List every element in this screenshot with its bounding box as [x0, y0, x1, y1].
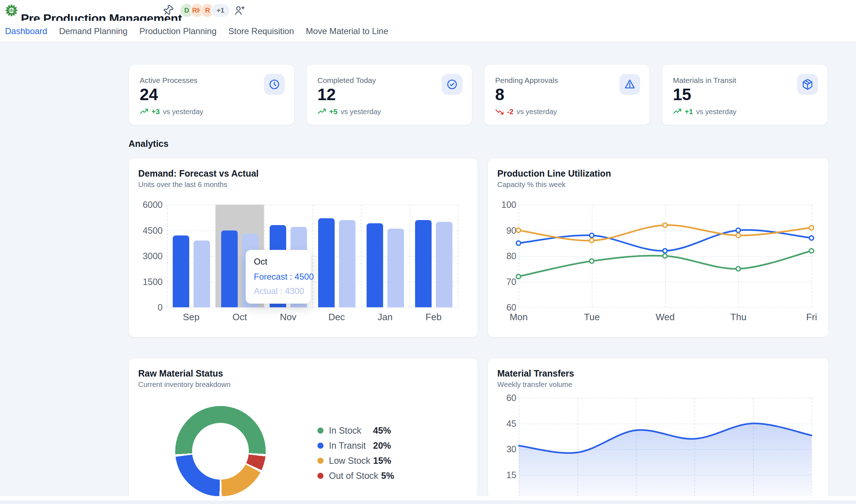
tooltip-forecast-line: Forecast : 4500 [254, 272, 303, 282]
legend-value: 20% [373, 440, 391, 451]
stat-label: Active Processes [140, 76, 197, 85]
trending-up-icon [673, 107, 681, 116]
legend-item: In Transit 20% [317, 438, 394, 453]
avatar-overflow-count[interactable]: +1 [211, 3, 230, 18]
gridline [811, 398, 812, 500]
stat-card-active-processes: Active Processes 24 +3 vs yesterday [129, 64, 294, 125]
x-axis-label: Dec [312, 312, 361, 323]
y-axis-tick-label: 45 [473, 419, 516, 428]
data-point[interactable] [663, 254, 667, 258]
chart-title: Material Transfers [497, 368, 574, 379]
bar-actual-Sep[interactable] [194, 241, 210, 307]
data-point[interactable] [590, 233, 594, 238]
stat-delta-value: -2 [507, 108, 513, 116]
app-header: Pre Production Management D RH R +1 [0, 0, 856, 21]
legend-item: Out of Stock 5% [317, 468, 394, 483]
data-point[interactable] [736, 267, 740, 271]
bar-forecast-Feb[interactable] [415, 220, 432, 307]
data-point[interactable] [736, 233, 740, 238]
tab-dashboard[interactable]: Dashboard [5, 26, 47, 36]
data-point[interactable] [590, 259, 594, 263]
tab-production-planning[interactable]: Production Planning [139, 26, 217, 36]
stat-delta: +5 vs yesterday [317, 107, 381, 116]
chart-subtitle: Weekly transfer volume [497, 381, 572, 389]
trending-down-icon [495, 107, 504, 116]
data-point[interactable] [516, 241, 521, 245]
utilization-lines [518, 205, 811, 307]
y-axis-tick-label: 30 [473, 444, 516, 454]
bar-actual-Jan[interactable] [387, 229, 404, 307]
stat-value: 24 [140, 86, 158, 103]
tooltip-actual-line: Actual : 4300 [254, 286, 303, 296]
y-axis-tick-label: 6000 [120, 200, 163, 209]
alert-triangle-icon [619, 74, 640, 95]
legend-item: In Stock 45% [317, 423, 394, 438]
area-fill [519, 423, 811, 500]
tab-move-material-to-line[interactable]: Move Material to Line [306, 26, 388, 36]
data-point[interactable] [516, 228, 521, 233]
trending-up-icon [140, 107, 148, 116]
x-axis-label: Thu [714, 312, 763, 323]
pre-production-dashboard: Pre Production Management D RH R +1 D [0, 0, 856, 504]
chart-tooltip: Oct Forecast : 4500 Actual : 4300 [246, 250, 311, 304]
data-point[interactable] [590, 238, 594, 243]
x-axis-label: Jan [361, 312, 409, 323]
x-axis-label: Mon [494, 312, 543, 323]
bar-forecast-Oct[interactable] [221, 230, 238, 308]
bar-forecast-Dec[interactable] [318, 218, 335, 307]
tab-demand-planning[interactable]: Demand Planning [59, 26, 127, 36]
y-axis-tick-label: 90 [473, 226, 516, 235]
y-axis-tick-label: 1500 [120, 277, 163, 286]
legend-label: Low Stock [329, 456, 370, 466]
avatar-group[interactable]: D RH R +1 [180, 3, 230, 18]
x-axis-label: Tue [568, 312, 616, 323]
chart-title: Production Line Utilization [497, 168, 611, 179]
tooltip-category: Oct [254, 257, 303, 267]
transfers-area [519, 398, 811, 500]
stat-delta: -2 vs yesterday [495, 107, 557, 116]
main-nav: Dashboard Demand Planning Production Pla… [0, 21, 856, 42]
bar-forecast-Sep[interactable] [173, 235, 189, 307]
gridline [361, 205, 362, 307]
y-axis-tick-label: 80 [473, 251, 516, 261]
data-point[interactable] [809, 249, 814, 253]
add-user-icon[interactable] [234, 5, 246, 16]
data-point[interactable] [663, 223, 667, 227]
gridline [409, 205, 410, 307]
chart-title: Demand: Forecast vs Actual [138, 168, 259, 179]
bar-actual-Feb[interactable] [436, 222, 452, 307]
chart-title: Raw Material Status [138, 368, 223, 379]
y-axis-tick-label: 70 [473, 277, 516, 286]
stat-value: 15 [673, 86, 691, 103]
pin-icon[interactable] [162, 5, 174, 16]
legend-dot-in-stock [317, 428, 324, 434]
data-point[interactable] [516, 274, 521, 279]
legend-dot-in-transit [317, 443, 324, 449]
data-point[interactable] [736, 228, 740, 233]
chart-subtitle: Capacity % this week [497, 181, 566, 189]
legend-item: Low Stock 15% [317, 453, 394, 468]
raw-material-donut[interactable] [175, 406, 266, 496]
check-circle-icon [442, 74, 462, 95]
horizontal-scrollbar-track[interactable] [0, 500, 856, 504]
data-point[interactable] [809, 225, 814, 230]
data-point[interactable] [809, 236, 814, 240]
legend-label: In Transit [329, 440, 370, 451]
clock-icon [264, 74, 285, 95]
stat-delta: +1 vs yesterday [673, 107, 736, 116]
stat-delta-value: +5 [329, 108, 338, 116]
data-point[interactable] [663, 249, 667, 253]
stat-delta-suffix: vs yesterday [163, 108, 203, 116]
gridline [458, 205, 459, 307]
stat-delta-value: +1 [685, 108, 693, 116]
x-axis-label: Fri [787, 312, 836, 323]
y-axis-tick-label: 100 [473, 200, 516, 209]
legend-dot-low-stock [317, 458, 324, 464]
legend-value: 15% [373, 456, 391, 466]
bar-actual-Dec[interactable] [339, 220, 355, 307]
stat-value: 8 [495, 86, 504, 103]
tab-store-requisition[interactable]: Store Requisition [228, 26, 294, 36]
bar-forecast-Jan[interactable] [367, 223, 383, 307]
x-axis-label: Oct [215, 312, 264, 323]
x-axis-label: Feb [409, 312, 458, 323]
